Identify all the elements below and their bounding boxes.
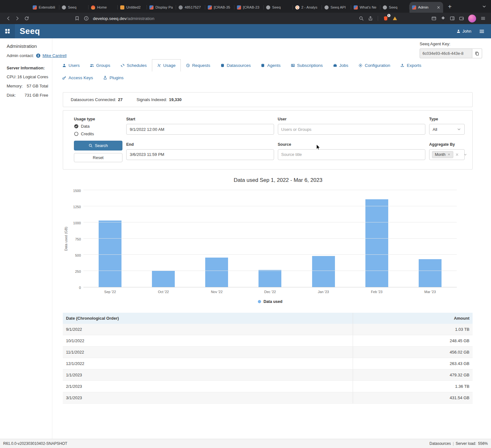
x-axis-tick-label: Jan '23 [297,290,350,294]
tab-close-icon[interactable] [436,5,441,10]
screen: ExtensibiliSeeqHomeUntitled2Display Pa48… [0,0,491,448]
tab-users[interactable]: Users [57,59,85,72]
chevron-down-icon [457,127,461,131]
tab-agents[interactable]: Agents [256,59,285,72]
x-axis-tick-label: Oct '22 [137,290,190,294]
end-field: End [126,142,274,163]
browser-tab[interactable]: [CRAB-23 [234,2,264,13]
refresh-button[interactable] [22,14,31,23]
browser-tab[interactable]: Untitled2 [118,2,147,13]
browser-tab-title: Untitled2 [126,5,144,9]
browser-tab[interactable]: Extensibili [30,2,59,13]
aggregate-tag-month[interactable]: Month [432,151,453,158]
new-tab-button[interactable]: + [445,2,455,11]
table-row[interactable]: 3/1/2023431.54 GB [63,392,473,404]
brave-shields-button[interactable]: 1 [381,14,390,23]
admin-contact-link[interactable]: Mike Cantrell [43,53,67,58]
share-button[interactable] [366,14,375,23]
tab-label: Jobs [339,63,349,68]
site-info-button[interactable] [82,14,90,23]
start-date-input[interactable] [126,124,274,135]
table-row[interactable]: 12/1/2022263.43 GB [63,358,473,369]
profile-avatar[interactable] [468,15,476,22]
type-select[interactable]: All [429,124,465,135]
y-axis-tick-label: 0 [79,286,81,290]
data-bar[interactable] [312,256,335,287]
app-switcher-button[interactable] [0,24,15,38]
gear-icon [358,63,363,67]
remove-tag-icon[interactable] [448,153,450,156]
forward-button[interactable] [13,14,22,23]
stat-label: Datasources Connected: [71,97,116,102]
browser-tab[interactable]: Seeq [380,2,409,13]
browser-tab[interactable]: Display Pa [147,2,176,13]
aggregate-by-multiselect[interactable]: Month [429,149,465,160]
chevron-down-icon[interactable] [463,153,467,157]
tab-schedules[interactable]: Schedules [115,59,152,72]
flask-icon [103,76,107,80]
data-bar[interactable] [259,270,281,287]
app-menu-icon[interactable] [479,29,485,34]
browser-tab[interactable]: [CRAB-35 [205,2,234,13]
clear-selection-icon[interactable] [455,153,459,157]
user-menu[interactable]: John [456,29,471,34]
table-row[interactable]: 10/1/2022248.45 GB [63,335,473,347]
column-header-amount[interactable]: Amount [353,313,473,324]
browser-menu-button[interactable] [479,14,487,23]
data-bar[interactable] [365,199,388,287]
browser-tab[interactable]: 48517527 [176,2,205,13]
usage-type-option-credits[interactable]: Credits [74,131,122,136]
bar-slot [297,190,350,287]
data-bar[interactable] [205,258,228,287]
usage-type-option-data[interactable]: Data [74,124,122,129]
contact-badge-icon [36,53,41,58]
source-input[interactable] [278,149,426,160]
data-bar[interactable] [99,221,121,287]
tab-exports[interactable]: Exports [395,59,426,72]
seeq-logo[interactable]: Seeq [20,26,40,36]
copy-agent-key-button[interactable] [472,48,482,58]
back-button[interactable] [4,14,12,23]
tab-plugins[interactable]: Plugins [98,72,128,84]
tab-jobs[interactable]: Jobs [328,59,354,72]
end-date-input[interactable] [126,149,274,160]
address-bar[interactable]: develop.seeq.dev/administration [93,16,154,21]
agent-key-input[interactable] [420,48,472,58]
column-header-date[interactable]: Date (Chronological Order) [63,313,353,324]
browser-tab[interactable]: Home [88,2,118,13]
browser-tab[interactable]: Seeq [264,2,293,13]
browser-tab[interactable]: Seeq API [322,2,351,13]
tab-datasources[interactable]: Datasources [215,59,256,72]
user-input[interactable] [278,124,426,135]
table-row[interactable]: 2/1/20231.36 TB [63,381,473,392]
table-row[interactable]: 9/1/20221.03 TB [63,324,473,335]
extension-shield-button[interactable] [429,14,438,23]
data-bar[interactable] [152,271,175,287]
footer-datasources-link[interactable]: Datasources [429,441,451,446]
tab-subscriptions[interactable]: Subscriptions [286,59,328,72]
extensions-button[interactable] [439,14,447,23]
browser-tab[interactable]: Q2 - Analys [293,2,322,13]
browser-tab[interactable]: What's Ne [351,2,380,13]
search-button[interactable]: Search [74,141,122,150]
data-bar[interactable] [419,259,442,287]
table-row[interactable]: 1/1/2023479.32 GB [63,369,473,381]
browser-tab[interactable]: Seeq [59,2,88,13]
tab-groups[interactable]: Groups [85,59,115,72]
chart-legend[interactable]: Data used [83,299,457,304]
tab-usage[interactable]: Usage [152,59,181,72]
table-row[interactable]: 11/1/2022456.02 GB [63,347,473,358]
tab-search-chevron-icon[interactable] [482,4,487,9]
wallet-button[interactable] [457,14,466,23]
browser-tab-title: Home [97,5,115,9]
reset-button[interactable]: Reset [74,153,122,162]
sidebar-toggle-button[interactable] [448,14,456,23]
tab-access-keys[interactable]: Access Keys [57,72,98,84]
browser-tab[interactable]: Admin [409,2,443,13]
tab-configuration[interactable]: Configuration [353,59,395,72]
warning-button[interactable] [390,14,399,23]
bookmark-button[interactable] [73,14,81,23]
zoom-button[interactable] [357,14,365,23]
aggregate-field: Aggregate By Month [429,142,465,163]
tab-requests[interactable]: Requests [181,59,215,72]
